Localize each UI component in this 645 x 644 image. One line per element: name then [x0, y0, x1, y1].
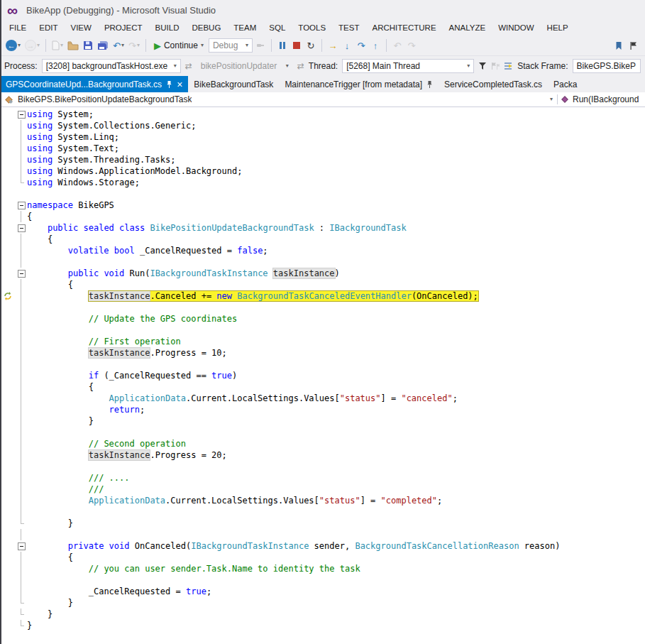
- code-line[interactable]: private void OnCanceled(IBackgroundTaskI…: [0, 540, 645, 552]
- breakpoint-margin[interactable]: [0, 608, 16, 620]
- code-line[interactable]: return;: [0, 404, 645, 415]
- menu-build[interactable]: BUILD: [149, 21, 186, 34]
- breakpoint-margin[interactable]: [0, 563, 16, 574]
- breakpoint-margin[interactable]: [0, 404, 16, 415]
- step-into-button[interactable]: ↓: [341, 38, 353, 53]
- breakpoint-margin[interactable]: [0, 268, 16, 279]
- menu-debug[interactable]: DEBUG: [185, 21, 227, 34]
- fold-collapse-button[interactable]: [16, 540, 27, 552]
- breakpoint-margin[interactable]: [0, 143, 16, 154]
- fold-collapse-button[interactable]: [16, 109, 27, 120]
- code-line[interactable]: taskInstance.Progress = 10;: [0, 347, 645, 359]
- redo-button[interactable]: ↷ ▾: [127, 38, 141, 53]
- member-dropdown[interactable]: Run(IBackground: [557, 94, 645, 104]
- restart-button[interactable]: ↻: [304, 38, 317, 53]
- tab-maintenance-trigger[interactable]: MaintenanceTrigger [from metadata]: [279, 76, 439, 92]
- stack-frame-select[interactable]: BikeGPS.BikeP: [573, 59, 641, 73]
- menu-analyze[interactable]: ANALYZE: [443, 21, 492, 34]
- code-line[interactable]: [0, 359, 645, 370]
- code-line[interactable]: volatile bool _CancelRequested = false;: [0, 245, 645, 256]
- breakpoint-margin[interactable]: [0, 347, 16, 359]
- breakpoint-margin[interactable]: [0, 586, 16, 597]
- breakpoint-margin[interactable]: [0, 188, 16, 200]
- breakpoint-margin[interactable]: [0, 370, 16, 381]
- continue-button[interactable]: ▶ Continue ▾: [150, 38, 207, 53]
- close-tab-button[interactable]: ×: [177, 80, 182, 89]
- step-over-button[interactable]: ↷: [355, 38, 368, 53]
- code-line[interactable]: // First operation: [0, 336, 645, 347]
- flag-button[interactable]: [627, 38, 639, 53]
- code-line[interactable]: [0, 506, 645, 518]
- breakpoint-margin[interactable]: [0, 472, 16, 484]
- tab-bike-background-task[interactable]: BikeBackgroundTask: [188, 76, 279, 92]
- code-line[interactable]: using Windows.ApplicationModel.Backgroun…: [0, 165, 645, 177]
- code-line[interactable]: if (_CancelRequested == true): [0, 370, 645, 381]
- breakpoint-margin[interactable]: [0, 336, 16, 347]
- fold-collapse-button[interactable]: [16, 268, 27, 279]
- code-line[interactable]: namespace BikeGPS: [0, 200, 645, 211]
- process-toggle-icon[interactable]: ⇄: [185, 62, 192, 70]
- updater-select[interactable]: bikePositionUpdater ▾: [197, 59, 293, 73]
- tab-package[interactable]: Packa: [548, 76, 583, 92]
- breakpoint-margin[interactable]: [0, 484, 16, 495]
- code-line[interactable]: ApplicationData.Current.LocalSettings.Va…: [0, 495, 645, 506]
- breakpoint-margin[interactable]: [0, 324, 16, 336]
- code-line[interactable]: taskInstance.Canceled += new BackgroundT…: [0, 290, 645, 302]
- save-button[interactable]: [82, 38, 94, 53]
- navigate-back-button[interactable]: ← ▾: [4, 38, 22, 53]
- attach-to-process-button[interactable]: [254, 38, 267, 53]
- menu-sql[interactable]: SQL: [263, 21, 292, 34]
- redo-navigation-button[interactable]: ↷: [405, 38, 418, 53]
- breakpoint-margin[interactable]: [0, 518, 16, 529]
- breakpoint-margin[interactable]: [0, 234, 16, 245]
- code-line[interactable]: }: [0, 415, 645, 427]
- code-line[interactable]: using System;: [0, 109, 645, 120]
- step-out-button[interactable]: ↑: [369, 38, 382, 53]
- undo-navigation-button[interactable]: ↶: [391, 38, 404, 53]
- new-file-button[interactable]: ▾: [50, 38, 65, 53]
- pin-icon[interactable]: [426, 80, 433, 89]
- code-line[interactable]: {: [0, 234, 645, 245]
- thread-toggle-icon[interactable]: ⇄: [297, 62, 304, 70]
- code-line[interactable]: using System.Linq;: [0, 131, 645, 143]
- menu-team[interactable]: TEAM: [227, 21, 263, 34]
- stop-debugging-button[interactable]: [290, 38, 303, 53]
- code-line[interactable]: using System.Collections.Generic;: [0, 120, 645, 131]
- thread-select[interactable]: [5268] Main Thread ▾: [342, 59, 474, 73]
- breakpoint-margin[interactable]: [0, 177, 16, 188]
- code-editor[interactable]: using System;using System.Collections.Ge…: [0, 107, 645, 644]
- tab-service-completed-task[interactable]: ServiceCompletedTask.cs: [439, 76, 548, 92]
- code-line[interactable]: public void Run(IBackgroundTaskInstance …: [0, 268, 645, 279]
- breakpoint-margin[interactable]: [0, 302, 16, 313]
- breakpoint-margin[interactable]: [0, 131, 16, 143]
- break-all-button[interactable]: [276, 38, 289, 53]
- undo-button[interactable]: ↶ ▾: [111, 38, 126, 53]
- code-line[interactable]: }: [0, 518, 645, 529]
- breakpoint-margin[interactable]: [0, 120, 16, 131]
- breakpoint-margin[interactable]: [0, 495, 16, 506]
- breakpoint-margin[interactable]: [0, 427, 16, 438]
- pin-icon[interactable]: [166, 80, 172, 89]
- fold-collapse-button[interactable]: [16, 200, 27, 211]
- solution-config-select[interactable]: Debug ▾: [209, 38, 253, 53]
- menu-tools[interactable]: TOOLS: [292, 21, 332, 34]
- breakpoint-margin[interactable]: [0, 200, 16, 211]
- process-select[interactable]: [3208] backgroundTaskHost.exe ▾: [42, 59, 181, 73]
- code-line[interactable]: public sealed class BikePositionUpdateBa…: [0, 222, 645, 234]
- breakpoint-margin[interactable]: [0, 381, 16, 393]
- breakpoint-margin[interactable]: [0, 256, 16, 268]
- code-line[interactable]: }: [0, 620, 645, 631]
- menu-help[interactable]: HELP: [541, 21, 575, 34]
- code-line[interactable]: // Second operation: [0, 438, 645, 449]
- open-file-button[interactable]: [66, 38, 80, 53]
- code-line[interactable]: }: [0, 597, 645, 608]
- menu-edit[interactable]: EDIT: [33, 21, 64, 34]
- fold-collapse-button[interactable]: [16, 222, 27, 234]
- breakpoint-margin[interactable]: [0, 540, 16, 552]
- back-caret-icon[interactable]: ▾: [18, 43, 21, 48]
- breakpoint-margin[interactable]: [0, 109, 16, 120]
- code-line[interactable]: /// ....: [0, 472, 645, 484]
- breakpoint-margin[interactable]: [0, 438, 16, 449]
- breakpoint-margin[interactable]: [0, 393, 16, 404]
- code-line[interactable]: ApplicationData.Current.LocalSettings.Va…: [0, 393, 645, 404]
